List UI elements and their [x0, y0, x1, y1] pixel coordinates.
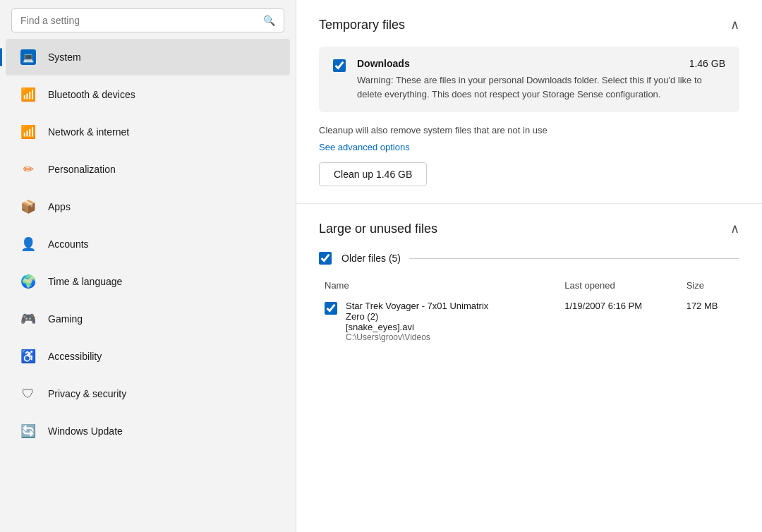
large-files-title: Large or unused files: [319, 222, 437, 236]
col-size: Size: [681, 277, 739, 296]
file-size: 172 MB: [681, 296, 739, 346]
sidebar-item-label-gaming: Gaming: [48, 313, 83, 325]
downloads-size: 1.46 GB: [689, 58, 725, 69]
system-icon: 💻: [20, 49, 37, 66]
sidebar-item-apps[interactable]: 📦 Apps: [6, 188, 290, 225]
file-name-line2: Zero (2): [346, 311, 488, 322]
temporary-files-collapse-btn[interactable]: ∧: [730, 17, 739, 32]
file-name-line3: [snake_eyes].avi: [346, 322, 488, 332]
main-content: Temporary files ∧ Downloads 1.46 GB Warn…: [296, 0, 762, 532]
col-name: Name: [319, 277, 559, 296]
accounts-icon: 👤: [20, 236, 37, 253]
accessibility-icon: ♿: [20, 348, 37, 365]
sidebar-item-gaming[interactable]: 🎮 Gaming: [6, 301, 290, 337]
personalization-icon: ✏: [20, 161, 37, 178]
downloads-title: Downloads: [357, 58, 410, 69]
sidebar-item-update[interactable]: 🔄 Windows Update: [6, 413, 290, 449]
search-box[interactable]: 🔍: [11, 8, 284, 32]
sidebar-item-time[interactable]: 🌍 Time & language: [6, 263, 290, 300]
downloads-title-row: Downloads 1.46 GB: [357, 58, 725, 69]
downloads-checkbox[interactable]: [333, 59, 346, 72]
large-files-section: Large or unused files ∧ Older files (5) …: [296, 204, 762, 363]
advanced-options-link[interactable]: See advanced options: [319, 142, 410, 152]
sidebar-item-label-accounts: Accounts: [48, 238, 89, 250]
search-input[interactable]: [20, 15, 258, 26]
sidebar-item-accounts[interactable]: 👤 Accounts: [6, 226, 290, 262]
sidebar-item-label-network: Network & internet: [48, 126, 129, 138]
sidebar-item-label-privacy: Privacy & security: [48, 388, 126, 399]
older-files-header: Older files (5): [319, 250, 739, 266]
downloads-description: Warning: These are files in your persona…: [357, 73, 725, 101]
sidebar-item-label-personalization: Personalization: [48, 164, 116, 175]
search-icon[interactable]: 🔍: [263, 15, 275, 26]
sidebar: 🔍 💻 System 📶 Bluetooth & devices 📶 Netwo…: [0, 0, 296, 532]
update-icon: 🔄: [20, 423, 37, 440]
files-table-head: Name Last opened Size: [319, 277, 739, 296]
gaming-icon: 🎮: [20, 310, 37, 327]
sidebar-item-label-bluetooth: Bluetooth & devices: [48, 89, 135, 100]
temporary-files-header: Temporary files ∧: [319, 17, 739, 32]
temporary-files-section: Temporary files ∧ Downloads 1.46 GB Warn…: [296, 0, 762, 204]
file-checkbox[interactable]: [325, 302, 337, 315]
nav-list: 💻 System 📶 Bluetooth & devices 📶 Network…: [0, 38, 296, 450]
files-table: Name Last opened Size Star Trek Voyager …: [319, 277, 739, 346]
sidebar-item-label-accessibility: Accessibility: [48, 351, 102, 362]
sidebar-item-label-time: Time & language: [48, 276, 122, 287]
sidebar-item-label-system: System: [48, 52, 81, 63]
divider-line: [409, 258, 739, 259]
time-icon: 🌍: [20, 273, 37, 290]
file-name-cell: Star Trek Voyager - 7x01 Unimatrix Zero …: [319, 296, 559, 346]
privacy-icon: 🛡: [20, 385, 37, 402]
apps-icon: 📦: [20, 198, 37, 215]
sidebar-item-personalization[interactable]: ✏ Personalization: [6, 151, 290, 188]
sidebar-item-privacy[interactable]: 🛡 Privacy & security: [6, 375, 290, 412]
file-last-opened: 1/19/2007 6:16 PM: [559, 296, 680, 346]
files-table-body: Star Trek Voyager - 7x01 Unimatrix Zero …: [319, 296, 739, 346]
table-row: Star Trek Voyager - 7x01 Unimatrix Zero …: [319, 296, 739, 346]
sidebar-item-accessibility[interactable]: ♿ Accessibility: [6, 338, 290, 375]
clean-up-button[interactable]: Clean up 1.46 GB: [319, 162, 427, 186]
older-files-checkbox-wrap[interactable]: [319, 252, 333, 266]
file-name: Star Trek Voyager - 7x01 Unimatrix: [346, 301, 488, 311]
downloads-checkbox-wrap[interactable]: [333, 59, 347, 73]
sidebar-item-system[interactable]: 💻 System: [6, 39, 290, 75]
sidebar-item-label-apps: Apps: [48, 201, 71, 212]
sidebar-item-network[interactable]: 📶 Network & internet: [6, 114, 290, 150]
temporary-files-title: Temporary files: [319, 18, 405, 32]
sidebar-item-bluetooth[interactable]: 📶 Bluetooth & devices: [6, 76, 290, 113]
file-checkbox-wrap[interactable]: [325, 302, 339, 316]
older-files-label: Older files (5): [341, 253, 401, 264]
downloads-card: Downloads 1.46 GB Warning: These are fil…: [319, 47, 739, 112]
files-table-header-row: Name Last opened Size: [319, 277, 739, 296]
file-info: Star Trek Voyager - 7x01 Unimatrix Zero …: [346, 301, 488, 342]
bluetooth-icon: 📶: [20, 86, 37, 103]
sidebar-item-label-update: Windows Update: [48, 425, 123, 437]
downloads-card-content: Downloads 1.46 GB Warning: These are fil…: [357, 58, 725, 101]
file-path: C:\Users\groov\Videos: [346, 332, 488, 342]
older-files-checkbox[interactable]: [319, 252, 332, 265]
cleanup-note: Cleanup will also remove system files th…: [319, 125, 739, 135]
network-icon: 📶: [20, 123, 37, 140]
large-files-collapse-btn[interactable]: ∧: [730, 221, 739, 236]
large-files-header: Large or unused files ∧: [319, 221, 739, 236]
col-last-opened: Last opened: [559, 277, 680, 296]
